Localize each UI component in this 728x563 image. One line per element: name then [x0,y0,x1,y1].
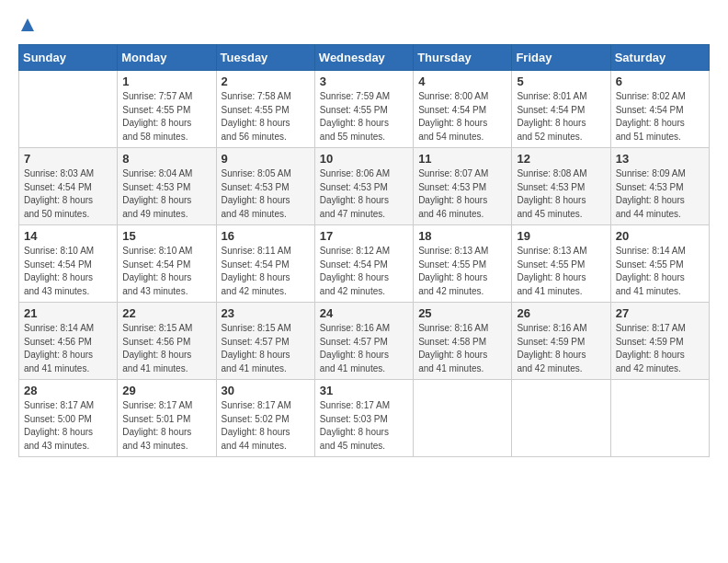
day-number: 21 [24,306,112,320]
day-number: 12 [517,152,605,166]
day-info: Sunrise: 8:17 AM Sunset: 5:02 PM Dayligh… [222,399,310,453]
calendar-cell: 23Sunrise: 8:15 AM Sunset: 4:57 PM Dayli… [216,303,314,380]
day-info: Sunrise: 8:17 AM Sunset: 4:59 PM Dayligh… [616,322,704,375]
calendar-cell: 12Sunrise: 8:08 AM Sunset: 4:53 PM Dayli… [512,148,610,225]
calendar-cell: 11Sunrise: 8:07 AM Sunset: 4:53 PM Dayli… [414,148,512,225]
day-number: 16 [222,229,310,243]
calendar-cell: 21Sunrise: 8:14 AM Sunset: 4:56 PM Dayli… [19,303,118,380]
day-info: Sunrise: 8:17 AM Sunset: 5:03 PM Dayligh… [320,399,408,453]
calendar-cell: 28Sunrise: 8:17 AM Sunset: 5:00 PM Dayli… [19,380,118,457]
calendar-cell: 22Sunrise: 8:15 AM Sunset: 4:56 PM Dayli… [118,303,216,380]
day-number: 11 [418,152,506,166]
day-number: 29 [122,384,210,397]
day-number: 10 [320,152,408,166]
day-number: 28 [24,384,112,397]
day-info: Sunrise: 8:16 AM Sunset: 4:59 PM Dayligh… [517,322,605,375]
calendar-cell: 8Sunrise: 8:04 AM Sunset: 4:53 PM Daylig… [118,148,216,225]
day-info: Sunrise: 7:57 AM Sunset: 4:55 PM Dayligh… [122,90,210,144]
calendar-week-2: 7Sunrise: 8:03 AM Sunset: 4:54 PM Daylig… [19,148,710,225]
calendar-week-5: 28Sunrise: 8:17 AM Sunset: 5:00 PM Dayli… [19,380,710,457]
day-info: Sunrise: 8:00 AM Sunset: 4:54 PM Dayligh… [418,90,506,144]
day-info: Sunrise: 8:14 AM Sunset: 4:56 PM Dayligh… [24,322,112,375]
day-info: Sunrise: 8:15 AM Sunset: 4:57 PM Dayligh… [222,322,310,375]
logo [18,17,37,33]
col-sunday: Sunday [19,45,118,71]
calendar-header: Sunday Monday Tuesday Wednesday Thursday… [19,45,710,71]
day-number: 15 [122,229,210,243]
day-info: Sunrise: 8:09 AM Sunset: 4:53 PM Dayligh… [616,167,704,221]
day-number: 22 [122,306,210,320]
day-info: Sunrise: 8:14 AM Sunset: 4:55 PM Dayligh… [616,245,704,298]
calendar-cell: 9Sunrise: 8:05 AM Sunset: 4:53 PM Daylig… [216,148,314,225]
calendar-cell: 14Sunrise: 8:10 AM Sunset: 4:54 PM Dayli… [19,225,118,303]
day-info: Sunrise: 8:16 AM Sunset: 4:57 PM Dayligh… [320,322,408,375]
day-number: 23 [222,306,310,320]
day-number: 3 [320,75,408,88]
col-monday: Monday [118,45,216,71]
col-wednesday: Wednesday [314,45,413,71]
calendar-cell: 31Sunrise: 8:17 AM Sunset: 5:03 PM Dayli… [314,380,413,457]
day-number: 17 [320,229,408,243]
calendar-table: Sunday Monday Tuesday Wednesday Thursday… [18,44,710,457]
svg-marker-0 [21,18,34,31]
day-info: Sunrise: 8:04 AM Sunset: 4:53 PM Dayligh… [122,167,210,221]
header-row: Sunday Monday Tuesday Wednesday Thursday… [19,45,710,71]
day-number: 19 [517,229,605,243]
day-info: Sunrise: 8:12 AM Sunset: 4:54 PM Dayligh… [320,245,408,298]
day-info: Sunrise: 7:58 AM Sunset: 4:55 PM Dayligh… [222,90,310,144]
day-info: Sunrise: 8:02 AM Sunset: 4:54 PM Dayligh… [616,90,704,144]
calendar-cell: 24Sunrise: 8:16 AM Sunset: 4:57 PM Dayli… [314,303,413,380]
day-number: 25 [418,306,506,320]
day-number: 27 [616,306,704,320]
col-saturday: Saturday [610,45,709,71]
header [18,17,710,33]
calendar-cell: 20Sunrise: 8:14 AM Sunset: 4:55 PM Dayli… [610,225,709,303]
day-info: Sunrise: 8:05 AM Sunset: 4:53 PM Dayligh… [222,167,310,221]
calendar-cell: 18Sunrise: 8:13 AM Sunset: 4:55 PM Dayli… [414,225,512,303]
logo-triangle-icon [19,17,36,33]
day-number: 13 [616,152,704,166]
calendar-cell: 1Sunrise: 7:57 AM Sunset: 4:55 PM Daylig… [118,71,216,148]
calendar-cell: 25Sunrise: 8:16 AM Sunset: 4:58 PM Dayli… [414,303,512,380]
day-info: Sunrise: 8:13 AM Sunset: 4:55 PM Dayligh… [418,245,506,298]
day-info: Sunrise: 8:17 AM Sunset: 5:00 PM Dayligh… [24,399,112,453]
calendar-cell: 17Sunrise: 8:12 AM Sunset: 4:54 PM Dayli… [314,225,413,303]
calendar-cell [19,71,118,148]
day-number: 2 [222,75,310,88]
day-info: Sunrise: 8:03 AM Sunset: 4:54 PM Dayligh… [24,167,112,221]
day-number: 20 [616,229,704,243]
calendar-cell: 13Sunrise: 8:09 AM Sunset: 4:53 PM Dayli… [610,148,709,225]
calendar-cell: 2Sunrise: 7:58 AM Sunset: 4:55 PM Daylig… [216,71,314,148]
day-info: Sunrise: 8:01 AM Sunset: 4:54 PM Dayligh… [517,90,605,144]
col-friday: Friday [512,45,610,71]
calendar-cell: 30Sunrise: 8:17 AM Sunset: 5:02 PM Dayli… [216,380,314,457]
day-number: 5 [517,75,605,88]
calendar-cell: 3Sunrise: 7:59 AM Sunset: 4:55 PM Daylig… [314,71,413,148]
calendar-cell: 10Sunrise: 8:06 AM Sunset: 4:53 PM Dayli… [314,148,413,225]
day-number: 24 [320,306,408,320]
day-info: Sunrise: 8:10 AM Sunset: 4:54 PM Dayligh… [24,245,112,298]
day-number: 1 [122,75,210,88]
day-number: 30 [222,384,310,397]
calendar-cell: 27Sunrise: 8:17 AM Sunset: 4:59 PM Dayli… [610,303,709,380]
day-number: 6 [616,75,704,88]
calendar-week-3: 14Sunrise: 8:10 AM Sunset: 4:54 PM Dayli… [19,225,710,303]
calendar-cell [414,380,512,457]
calendar-cell: 4Sunrise: 8:00 AM Sunset: 4:54 PM Daylig… [414,71,512,148]
calendar-cell: 7Sunrise: 8:03 AM Sunset: 4:54 PM Daylig… [19,148,118,225]
day-info: Sunrise: 8:16 AM Sunset: 4:58 PM Dayligh… [418,322,506,375]
day-number: 31 [320,384,408,397]
calendar-cell: 16Sunrise: 8:11 AM Sunset: 4:54 PM Dayli… [216,225,314,303]
day-number: 26 [517,306,605,320]
day-number: 14 [24,229,112,243]
calendar-week-1: 1Sunrise: 7:57 AM Sunset: 4:55 PM Daylig… [19,71,710,148]
calendar-cell [610,380,709,457]
day-number: 7 [24,152,112,166]
day-info: Sunrise: 8:13 AM Sunset: 4:55 PM Dayligh… [517,245,605,298]
calendar-cell: 6Sunrise: 8:02 AM Sunset: 4:54 PM Daylig… [610,71,709,148]
day-info: Sunrise: 8:07 AM Sunset: 4:53 PM Dayligh… [418,167,506,221]
day-number: 9 [222,152,310,166]
calendar-cell: 26Sunrise: 8:16 AM Sunset: 4:59 PM Dayli… [512,303,610,380]
col-thursday: Thursday [414,45,512,71]
col-tuesday: Tuesday [216,45,314,71]
